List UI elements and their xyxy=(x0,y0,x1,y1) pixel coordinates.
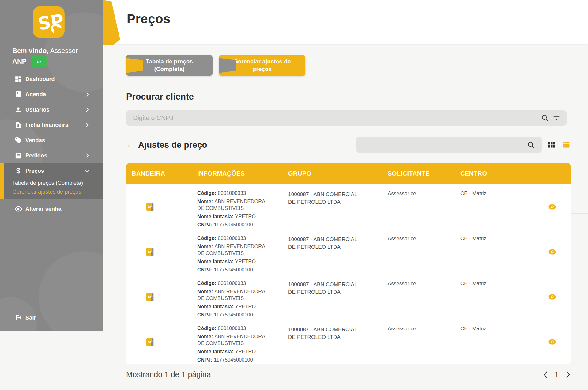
adjustments-heading: ← Ajustes de preço xyxy=(126,140,207,150)
price-adjustments-table: BANDEIRA INFORMAÇÕES GRUPO SOLICITANTE C… xyxy=(126,163,571,364)
cell-actions xyxy=(534,184,571,229)
svg-text:$: $ xyxy=(17,123,19,127)
sidebar-item-label: Dashboard xyxy=(25,76,55,82)
fantasia-label: Nome fantasia: xyxy=(197,214,233,219)
tab-notch xyxy=(219,58,236,73)
cell-bandeira: SP xyxy=(126,229,197,275)
nome-label: Nome: xyxy=(197,199,213,204)
adjustments-toolbar: ← Ajustes de preço xyxy=(126,137,571,153)
cell-actions xyxy=(534,229,571,275)
cell-bandeira: SP xyxy=(126,274,197,320)
brand-logo: SP xyxy=(146,248,153,256)
back-arrow-icon[interactable]: ← xyxy=(126,140,134,150)
cell-centro: CE - Matriz xyxy=(460,184,534,229)
cell-informacoes: Código:0001000033 Nome:ABN REVENDEDORA D… xyxy=(197,319,288,364)
sidebar: SP Bem vindo, Assessor ANPok Dashboard xyxy=(0,0,103,331)
codigo-label: Código: xyxy=(197,190,216,196)
app-logo: SP xyxy=(32,6,65,39)
chevron-right-icon xyxy=(85,153,90,158)
logout-button[interactable]: Sair xyxy=(0,310,103,325)
status-badge: ok xyxy=(31,56,47,67)
chevron-right-icon xyxy=(85,122,90,128)
cnpj-value: 11775945000100 xyxy=(214,312,253,317)
view-details-eye-icon[interactable] xyxy=(548,248,556,255)
cnpj-value: 11775945000100 xyxy=(214,222,253,227)
submenu-gerenciar-ajustes[interactable]: Gerenciar ajustes de preços xyxy=(4,187,103,196)
cnpj-label: CNPJ: xyxy=(197,222,213,227)
filter-icon[interactable] xyxy=(552,114,560,122)
artifact-line xyxy=(571,213,588,214)
welcome-name: Assessor xyxy=(50,47,77,55)
list-view-icon[interactable] xyxy=(562,140,571,149)
column-header-bandeira: BANDEIRA xyxy=(126,170,197,177)
pagination-prev-icon[interactable] xyxy=(543,371,548,379)
tab-bar: Tabela de preços (Completa) Gerenciar aj… xyxy=(126,55,571,76)
welcome-message: Bem vindo, Assessor ANPok xyxy=(12,46,95,67)
orders-doc-icon xyxy=(14,152,22,160)
pagination-next-icon[interactable] xyxy=(566,371,571,379)
sidebar-item-vendas[interactable]: Vendas xyxy=(0,133,103,148)
table-header: BANDEIRA INFORMAÇÕES GRUPO SOLICITANTE C… xyxy=(126,163,571,184)
fantasia-value: YPETRO xyxy=(235,349,256,354)
grid-view-icon[interactable] xyxy=(547,140,556,149)
column-header-informacoes: INFORMAÇÕES xyxy=(197,170,288,177)
cnpj-label: CNPJ: xyxy=(197,312,213,317)
sidebar-item-ficha-financeira[interactable]: $ Ficha financeira xyxy=(0,117,103,133)
cnpj-value: 11775945000100 xyxy=(214,357,253,362)
column-header-centro: CENTRO xyxy=(460,170,534,177)
fantasia-value: YPETRO xyxy=(235,259,256,264)
cell-solicitante: Assessor ce xyxy=(388,229,460,275)
sidebar-item-pedidos[interactable]: Pedidos xyxy=(0,148,103,163)
cell-actions xyxy=(534,319,571,364)
fantasia-label: Nome fantasia: xyxy=(197,259,233,264)
view-details-eye-icon[interactable] xyxy=(548,339,556,345)
sidebar-item-label: Pedidos xyxy=(25,153,47,159)
pagination: Mostrando 1 de 1 página 1 xyxy=(126,370,571,379)
sidebar-menu: Dashboard Agenda Usuários xyxy=(0,71,103,217)
codigo-value: 0001000033 xyxy=(218,325,246,331)
cell-bandeira: SP xyxy=(126,319,197,364)
view-details-eye-icon[interactable] xyxy=(548,203,556,210)
cnpj-label: CNPJ: xyxy=(197,357,213,362)
sidebar-item-alterar-senha[interactable]: Alterar senha xyxy=(0,201,103,217)
codigo-label: Código: xyxy=(197,235,216,241)
sidebar-item-usuarios[interactable]: Usuários xyxy=(0,102,103,117)
chevron-right-icon xyxy=(85,92,90,97)
app-root: SP Bem vindo, Assessor ANPok Dashboard xyxy=(0,0,588,390)
sidebar-item-dashboard[interactable]: Dashboard xyxy=(0,71,103,87)
cell-solicitante: Assessor ce xyxy=(388,319,460,364)
sidebar-active-section: $ Preços Tabela de preços (Completa) Ger… xyxy=(0,163,103,199)
nome-label: Nome: xyxy=(197,289,213,294)
tab-gerenciar-ajustes[interactable]: Gerenciar ajustes de preços xyxy=(219,55,305,76)
sidebar-item-label: Ficha financeira xyxy=(25,122,68,128)
tab-notch xyxy=(126,58,143,73)
cell-grupo: 1000087 - ABN COMERCIAL DE PETROLEO LTDA xyxy=(288,184,362,229)
cell-informacoes: Código:0001000033 Nome:ABN REVENDEDORA D… xyxy=(197,229,288,275)
cell-centro: CE - Matriz xyxy=(460,319,534,364)
cell-centro: CE - Matriz xyxy=(460,229,534,275)
view-details-eye-icon[interactable] xyxy=(548,293,556,300)
pagination-summary: Mostrando 1 de 1 página xyxy=(126,370,211,379)
sidebar-item-precos[interactable]: $ Preços xyxy=(4,163,103,179)
search-icon[interactable] xyxy=(527,141,535,149)
codigo-label: Código: xyxy=(197,280,216,286)
adjustments-search-input[interactable] xyxy=(356,137,542,153)
column-header-solicitante: SOLICITANTE xyxy=(388,170,460,177)
tab-tabela-de-precos[interactable]: Tabela de preços (Completa) xyxy=(126,55,213,76)
search-icon[interactable] xyxy=(541,114,549,122)
chevron-down-icon xyxy=(85,168,90,174)
welcome-greeting: Bem vindo, xyxy=(12,47,49,55)
pagination-current-page[interactable]: 1 xyxy=(555,370,559,379)
sidebar-item-agenda[interactable]: Agenda xyxy=(0,87,103,102)
user-icon xyxy=(14,106,22,114)
cnpj-search-input[interactable] xyxy=(126,110,567,126)
sidebar-item-label: Usuários xyxy=(25,107,50,113)
sidebar-item-label: Alterar senha xyxy=(25,206,62,212)
nome-label: Nome: xyxy=(197,244,213,249)
financial-doc-icon: $ xyxy=(14,121,22,129)
sidebar-item-label: Vendas xyxy=(25,137,45,144)
welcome-org: ANP xyxy=(12,58,26,65)
brand-logo: SP xyxy=(146,338,153,346)
submenu-tabela-de-precos[interactable]: Tabela de preços (Completa) xyxy=(4,179,103,187)
main-content: Tabela de preços (Completa) Gerenciar aj… xyxy=(103,44,588,390)
